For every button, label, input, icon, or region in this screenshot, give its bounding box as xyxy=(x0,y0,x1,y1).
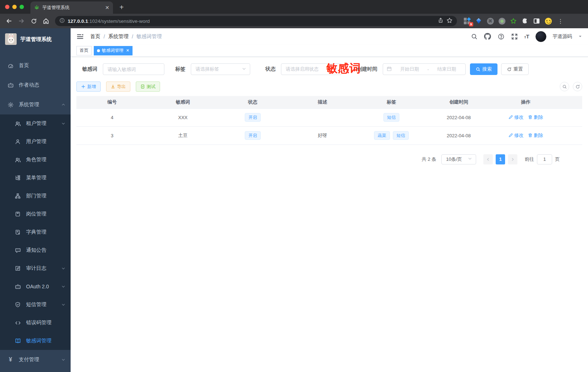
extensions-area: 9 ⌘ ⋮ xyxy=(461,17,568,25)
sidebar-item-label: 字典管理 xyxy=(26,229,66,235)
sidebar-item-role[interactable]: 角色管理 xyxy=(0,151,71,169)
robot-chat-icon xyxy=(14,283,21,290)
sidebar-item-post[interactable]: 岗位管理 xyxy=(0,205,71,223)
username[interactable]: 芋道源码 xyxy=(553,33,572,40)
collapse-sidebar-icon[interactable] xyxy=(76,33,84,41)
help-icon[interactable] xyxy=(497,33,505,40)
home-icon[interactable] xyxy=(41,16,51,26)
sidebar-item-home[interactable]: 首页 xyxy=(0,56,71,75)
start-date-placeholder[interactable]: 开始日期 xyxy=(395,66,424,72)
next-page-icon[interactable] xyxy=(508,154,517,164)
refresh-table-icon[interactable] xyxy=(573,82,582,91)
reload-icon[interactable] xyxy=(28,16,39,26)
sidebar-item-dept[interactable]: 部门管理 xyxy=(0,187,71,205)
sidebar-item-oauth[interactable]: OAuth 2.0 xyxy=(0,277,71,296)
sidebar-item-sensitive-word[interactable]: 敏感词管理 xyxy=(0,332,71,350)
close-window-button[interactable] xyxy=(5,5,9,9)
back-icon[interactable] xyxy=(4,16,14,26)
sidebar-item-sms[interactable]: 短信管理 xyxy=(0,296,71,314)
header-search-icon[interactable] xyxy=(471,33,478,40)
tab-close-icon[interactable]: ✕ xyxy=(105,5,109,11)
sidebar-item-notice[interactable]: 通知公告 xyxy=(0,241,71,259)
end-date-placeholder[interactable]: 结束日期 xyxy=(432,66,462,72)
tag-select[interactable]: 请选择标签 xyxy=(191,63,250,75)
sidebar-logo-row[interactable]: 芋道管理系统 xyxy=(0,28,71,46)
cell-word: 土豆 xyxy=(148,126,218,145)
code-icon xyxy=(14,319,21,326)
chevron-down-icon xyxy=(61,358,66,362)
export-button[interactable]: 导出 xyxy=(106,81,130,92)
forward-icon[interactable] xyxy=(16,16,27,26)
edit-link[interactable]: 修改 xyxy=(508,132,524,139)
fullscreen-icon[interactable] xyxy=(511,33,518,40)
font-size-icon[interactable]: тT xyxy=(524,33,529,39)
breadcrumb-system[interactable]: 系统管理 xyxy=(108,33,129,40)
sidebar-item-tenant[interactable]: 租户管理 xyxy=(0,114,71,133)
tag-view-label: 敏感词管理 xyxy=(102,47,123,54)
sidebar-item-dict[interactable]: 字典管理 xyxy=(0,223,71,241)
share-icon[interactable] xyxy=(438,17,444,25)
sidebar-item-pay[interactable]: ¥支付管理 xyxy=(0,350,71,369)
bookmark-star-icon[interactable] xyxy=(446,17,453,25)
cell-description xyxy=(287,108,357,126)
sidebar-item-user[interactable]: 用户管理 xyxy=(0,133,71,151)
close-tag-icon[interactable]: ✕ xyxy=(126,48,129,53)
sidebar-item-author-news[interactable]: 作者动态 xyxy=(0,75,71,95)
puzzle-extensions-icon[interactable] xyxy=(521,17,529,25)
breadcrumb-current: 敏感词管理 xyxy=(136,33,162,40)
edit-link[interactable]: 修改 xyxy=(508,114,524,121)
macos-traffic-lights[interactable] xyxy=(5,5,24,9)
tag-view-首页[interactable]: 首页 xyxy=(76,46,92,55)
tag-view-敏感词管理[interactable]: 敏感词管理✕ xyxy=(94,46,133,55)
cell-status: 开启 xyxy=(218,108,287,126)
table-row: 3土豆开启好呀蔬菜短信2022-04-08修改删除 xyxy=(76,126,582,145)
test-button[interactable]: 测试 xyxy=(136,81,160,92)
page-size-select[interactable]: 10条/页 xyxy=(441,154,476,164)
cell-id: 3 xyxy=(76,126,148,145)
sidebar-item-audit-log[interactable]: 审计日志 xyxy=(0,259,71,277)
delete-link[interactable]: 删除 xyxy=(528,132,543,139)
page-number-active[interactable]: 1 xyxy=(496,154,505,164)
minimize-window-button[interactable] xyxy=(12,5,17,9)
user-avatar[interactable] xyxy=(536,31,546,42)
star-extension-icon[interactable] xyxy=(510,17,517,25)
add-button[interactable]: 新增 xyxy=(76,81,101,92)
sidebar-item-error-code[interactable]: 错误码管理 xyxy=(0,314,71,332)
prev-page-icon[interactable] xyxy=(483,154,493,164)
search-button[interactable]: 搜索 xyxy=(470,63,497,75)
app-logo-rabbit xyxy=(5,33,17,45)
recorder-extension-icon[interactable] xyxy=(498,17,505,25)
browser-menu-icon[interactable]: ⋮ xyxy=(556,18,565,25)
robot-chat-icon xyxy=(7,82,14,88)
pagination: 共 2 条 10条/页 1 前往 页 xyxy=(76,154,582,164)
command-extension-icon[interactable]: ⌘ xyxy=(487,17,494,25)
sidebar-item-system[interactable]: 系统管理 xyxy=(0,95,71,114)
date-range-picker[interactable]: 开始日期 - 结束日期 xyxy=(383,63,466,75)
calendar-icon xyxy=(387,66,392,72)
reset-button[interactable]: 重置 xyxy=(501,63,529,75)
active-tag-dot xyxy=(97,49,100,52)
user-menu-caret-icon[interactable] xyxy=(578,33,582,40)
breadcrumb-home[interactable]: 首页 xyxy=(90,33,100,40)
sidebar-item-menu[interactable]: 菜单管理 xyxy=(0,169,71,187)
chevron-down-icon xyxy=(61,266,66,271)
maximize-window-button[interactable] xyxy=(20,5,24,9)
new-tab-button[interactable]: + xyxy=(119,3,124,12)
side-panel-icon[interactable] xyxy=(533,17,540,25)
profile-avatar-icon[interactable] xyxy=(545,17,552,25)
delete-link[interactable]: 删除 xyxy=(528,114,543,121)
users-icon xyxy=(14,120,21,127)
status-tag: 开启 xyxy=(245,113,261,122)
github-icon[interactable] xyxy=(484,33,491,40)
goto-page-input[interactable] xyxy=(537,154,552,164)
favicon-leaf-icon xyxy=(34,4,39,11)
keyword-input[interactable] xyxy=(103,63,164,75)
site-info-icon[interactable] xyxy=(59,18,65,25)
browser-tab[interactable]: 芋道管理系统 ✕ xyxy=(30,1,113,14)
address-bar[interactable]: 127.0.0.1:1024/system/sensitive-word xyxy=(55,16,457,26)
kite-extension-icon[interactable] xyxy=(475,17,482,25)
tab-manager-extension-icon[interactable]: 9 xyxy=(463,17,471,25)
cell-created: 2022-04-08 xyxy=(425,108,492,126)
table-row: 4XXX开启短信2022-04-08修改删除 xyxy=(76,108,582,126)
show-search-icon[interactable] xyxy=(560,82,569,91)
